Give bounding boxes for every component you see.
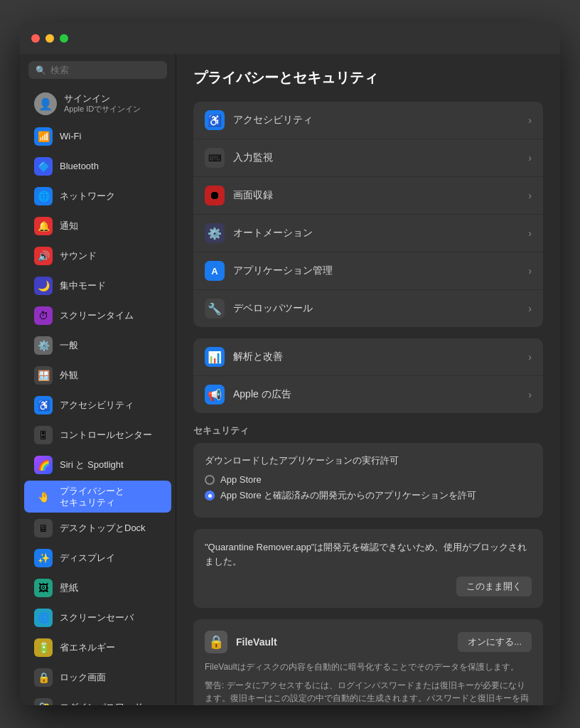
desktop-icon: 🖥 [34,519,53,537]
app-management-label: アプリケーション管理 [233,264,528,277]
sidebar-label-siri: Siri と Spotlight [60,459,124,471]
sidebar-item-appearance[interactable]: 🪟 外観 [24,361,171,390]
sidebar-label-display: ディスプレイ [60,552,115,564]
sidebar-label-wallpaper: 壁紙 [60,582,78,594]
list-item-input-monitor[interactable]: ⌨ 入力監視 › [193,139,543,177]
developer-label: デベロッパツール [233,302,528,315]
list-item-developer[interactable]: 🔧 デベロッパツール › [193,290,543,327]
general-icon: ⚙️ [34,336,53,355]
content-area: 🔍 👤 サインイン Apple IDでサインイン 📶 Wi-Fi 🔷 Bluet… [20,54,560,705]
main-window: 🔍 👤 サインイン Apple IDでサインイン 📶 Wi-Fi 🔷 Bluet… [20,23,560,705]
accessibility-list-icon: ♿ [205,110,225,130]
developer-icon: 🔧 [205,299,225,318]
list-item-screen-record[interactable]: ⏺ 画面収録 › [193,177,543,215]
list-item-automation[interactable]: ⚙️ オートメーション › [193,215,543,252]
radio-appstore-dev[interactable]: App Store と確認済みの開発元からのアプリケーションを許可 [205,489,532,502]
sidebar-item-desktop[interactable]: 🖥 デスクトップとDock [24,514,171,542]
sidebar-item-bluetooth[interactable]: 🔷 Bluetooth [24,152,171,181]
maximize-button[interactable] [60,34,68,43]
sidebar-item-network[interactable]: 🌐 ネットワーク [24,182,171,210]
notifications-icon: 🔔 [34,217,53,235]
filevault-button[interactable]: オンにする... [458,632,532,652]
chevron-icon-4: › [528,228,532,239]
apple-ads-label: Apple の広告 [233,388,528,401]
quarantine-warning: "Quarantine Remover.app"は開発元を確認できないため、使用… [193,529,543,608]
close-button[interactable] [31,34,40,43]
radio-appstore-circle [205,475,215,485]
avatar: 👤 [34,92,57,115]
chevron-icon-2: › [528,152,532,164]
sidebar-item-screentime[interactable]: ⏱ スクリーンタイム [24,301,171,330]
minimize-button[interactable] [45,34,54,43]
filevault-section: 🔒 FileVault オンにする... FileVaultはディスクの内容を自… [193,619,543,705]
focus-icon: 🌙 [34,277,53,295]
user-item[interactable]: 👤 サインイン Apple IDでサインイン [24,87,171,121]
sidebar-item-wallpaper[interactable]: 🖼 壁紙 [24,574,171,602]
network-icon: 🌐 [34,187,53,205]
screensaver-icon: 🌀 [34,609,53,627]
sidebar-label-wifi: Wi-Fi [60,131,81,142]
sidebar-item-screensaver[interactable]: 🌀 スクリーンセーバ [24,604,171,632]
list-item-accessibility[interactable]: ♿ アクセシビリティ › [193,102,543,139]
sidebar-label-controlcenter: コントロールセンター [60,429,152,441]
sidebar-label-general: 一般 [60,340,78,351]
bluetooth-icon: 🔷 [34,157,53,176]
sidebar-item-general[interactable]: ⚙️ 一般 [24,331,171,360]
main-content: プライバシーとセキュリティ ♿ アクセシビリティ › ⌨ 入力監視 › ⏺ 画面… [176,54,560,705]
sidebar-item-privacy[interactable]: 🤚 プライバシーとセキュリティ [24,481,171,513]
sidebar-label-notifications: 通知 [60,220,78,232]
sidebar-item-display[interactable]: ✨ ディスプレイ [24,544,171,572]
wallpaper-icon: 🖼 [34,579,53,597]
input-monitor-icon: ⌨ [205,148,225,168]
screen-record-label: 画面収録 [233,189,528,202]
sidebar-item-accessibility[interactable]: ♿ アクセシビリティ [24,391,171,419]
search-box[interactable]: 🔍 [28,61,167,79]
sidebar-label-loginpass: ログインパスワード [60,702,143,705]
chevron-icon-7: › [528,351,532,363]
titlebar [20,23,560,54]
input-monitor-label: 入力監視 [233,151,528,164]
chevron-icon: › [528,114,532,126]
sidebar-label-battery: 省エネルギー [60,642,115,653]
search-icon: 🔍 [36,65,46,75]
sidebar-item-siri[interactable]: 🌈 Siri と Spotlight [24,451,171,479]
radio-appstore-label: App Store [220,474,262,485]
open-anyway-button[interactable]: このまま開く [456,577,532,596]
sidebar-item-controlcenter[interactable]: 🎛 コントロールセンター [24,421,171,449]
sidebar-item-sound[interactable]: 🔊 サウンド [24,242,171,270]
sidebar-label-desktop: デスクトップとDock [60,523,146,534]
radio-appstore-dev-circle [205,491,215,500]
user-sub: Apple IDでサインイン [64,104,141,114]
list-item-app-management[interactable]: A アプリケーション管理 › [193,252,543,290]
list-item-analytics[interactable]: 📊 解析と改善 › [193,338,543,376]
automation-label: オートメーション [233,227,528,240]
controlcenter-icon: 🎛 [34,426,53,444]
screentime-icon: ⏱ [34,306,53,325]
sidebar-item-wifi[interactable]: 📶 Wi-Fi [24,122,171,151]
analytics-icon: 📊 [205,347,225,367]
sidebar-label-appearance: 外観 [60,370,78,381]
sidebar-label-bluetooth: Bluetooth [60,161,99,172]
sidebar-label-accessibility: アクセシビリティ [60,400,134,411]
loginpass-icon: 🔐 [34,698,53,705]
sidebar-item-notifications[interactable]: 🔔 通知 [24,212,171,240]
page-title: プライバシーとセキュリティ [193,68,543,87]
analytics-label: 解析と改善 [233,350,528,363]
search-input[interactable] [50,65,160,75]
apple-ads-icon: 📢 [205,385,225,405]
sidebar-item-lock[interactable]: 🔒 ロック画面 [24,663,171,692]
filevault-icon: 🔒 [205,631,227,653]
sidebar-item-battery[interactable]: 🔋 省エネルギー [24,633,171,662]
appearance-icon: 🪟 [34,366,53,385]
download-label: ダウンロードしたアプリケーションの実行許可 [205,454,532,467]
sidebar-label-focus: 集中モード [60,280,106,291]
screen-record-icon: ⏺ [205,186,225,205]
radio-appstore[interactable]: App Store [205,474,532,485]
sidebar-item-focus[interactable]: 🌙 集中モード [24,272,171,300]
chevron-icon-3: › [528,190,532,201]
filevault-header: 🔒 FileVault オンにする... [205,631,532,653]
sidebar-item-loginpass[interactable]: 🔐 ログインパスワード [24,693,171,705]
list-item-apple-ads[interactable]: 📢 Apple の広告 › [193,376,543,413]
lock-icon: 🔒 [34,668,53,687]
radio-appstore-dev-label: App Store と確認済みの開発元からのアプリケーションを許可 [220,489,476,502]
